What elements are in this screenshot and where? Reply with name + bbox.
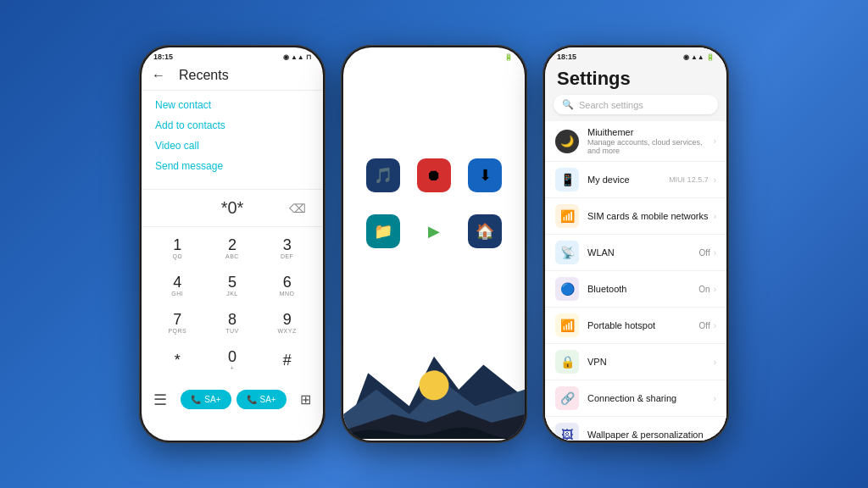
hotspot-text: Portable hotspot (587, 320, 699, 330)
phones-container: 18:15 ◉ ▲▲ ⊓ ← Recents New contact Add t… (139, 45, 729, 443)
wlan-text: WLAN (587, 247, 699, 258)
device-text: My device (587, 175, 669, 185)
wlan-chevron: › (714, 248, 716, 258)
phone-dialer: 18:15 ◉ ▲▲ ⊓ ← Recents New contact Add t… (139, 45, 326, 443)
dialer-bottom-bar: ☰ 📞 SA+ 📞 SA+ ⊞ (142, 385, 323, 414)
status-icons-1: ◉ ▲▲ ⊓ (283, 53, 311, 61)
recorder2-label: Recorder (420, 195, 448, 202)
send-message-link[interactable]: Send message (155, 160, 309, 172)
key-2[interactable]: 2ABC (212, 230, 253, 266)
app-recorder-2[interactable]: ⏺ Recorder (413, 158, 455, 202)
wallpaper-text: Wallpaper & personalization (587, 430, 714, 440)
chevron-icon: › (714, 136, 716, 146)
wallpaper-right: › (714, 430, 716, 440)
mihome-icon: 🏠 (468, 214, 502, 248)
call-button-2[interactable]: 📞 SA+ (236, 390, 287, 409)
bluetooth-right: On › (698, 285, 716, 294)
dialpad-row-1: 1QΩ 2ABC 3DEF (150, 230, 314, 266)
sharing-chevron: › (714, 394, 716, 403)
playstore-icon: ▶ (417, 214, 451, 248)
settings-item-device[interactable]: 📱 My device MIUI 12.5.7 › (545, 162, 726, 198)
app-play-store[interactable]: ▶ Play Store (413, 214, 455, 258)
settings-item-vpn[interactable]: 🔒 VPN › (545, 344, 726, 380)
bluetooth-chevron: › (714, 285, 716, 294)
svg-point-0 (419, 370, 448, 400)
device-chevron: › (714, 175, 716, 185)
key-9[interactable]: 9WXYZ (267, 305, 308, 341)
wallpaper-chevron: › (714, 430, 716, 440)
dialpad-row-4: * 0+ # (150, 342, 314, 378)
hotspot-chevron: › (714, 321, 716, 330)
key-6[interactable]: 6MNO (267, 268, 308, 303)
hotspot-right: Off › (699, 321, 717, 330)
back-button[interactable]: ← (152, 68, 165, 83)
downloads-icon: ⬇ (468, 158, 502, 192)
dial-display: *0* ⌫ (142, 190, 323, 227)
vpn-title: VPN (587, 357, 714, 367)
status-bar-2: 18:15 ◉ ▲▲ 🔋 (343, 47, 525, 64)
key-4[interactable]: 4GHI (157, 268, 198, 303)
account-avatar: 🌙 (555, 130, 579, 153)
app-file-manager[interactable]: 📁 File Manager (362, 214, 404, 258)
dialpad-row-3: 7PQRS 8TUV 9WXYZ (150, 305, 314, 341)
backspace-button[interactable]: ⌫ (289, 202, 306, 215)
recents-title: Recents (179, 68, 229, 83)
key-7[interactable]: 7PQRS (157, 305, 198, 341)
apps-row-1: 🎵 Recorder ⏺ Recorder ⬇ Downloads (343, 158, 525, 202)
status-bar-3: 18:15 ◉ ▲▲ 🔋 (545, 47, 726, 64)
settings-item-account[interactable]: 🌙 Miuithemer Manage accounts, cloud serv… (545, 121, 726, 162)
settings-item-wlan[interactable]: 📡 WLAN Off › (545, 235, 726, 271)
dial-number: *0* (221, 198, 244, 218)
status-icons-3: ◉ ▲▲ 🔋 (683, 53, 715, 61)
dialer-header: ← Recents (142, 64, 323, 91)
account-title: Miuithemer (587, 127, 714, 137)
key-hash[interactable]: # (267, 342, 308, 378)
phone-settings: 18:15 ◉ ▲▲ 🔋 Settings 🔍 Search settings (542, 45, 729, 443)
app-mi-home[interactable]: 🏠 Mi Home (464, 214, 506, 258)
sim-icon: 📶 (555, 204, 579, 228)
bluetooth-value: On (698, 285, 709, 294)
time-1: 18:15 (153, 53, 173, 61)
dialpad-toggle-button[interactable]: ⊞ (300, 391, 311, 408)
app-downloads[interactable]: ⬇ Downloads (464, 158, 506, 202)
sharing-text: Connection & sharing (587, 393, 714, 403)
settings-item-bluetooth[interactable]: 🔵 Bluetooth On › (545, 271, 726, 308)
key-8[interactable]: 8TUV (212, 305, 253, 341)
key-0[interactable]: 0+ (212, 342, 253, 378)
wlan-value: Off (699, 248, 710, 258)
account-chevron: › (714, 136, 716, 146)
search-bar[interactable]: 🔍 Search settings (554, 95, 718, 114)
sim-title: SIM cards & mobile networks (587, 211, 714, 221)
key-3[interactable]: 3DEF (267, 230, 308, 266)
bluetooth-text: Bluetooth (587, 284, 698, 294)
new-contact-link[interactable]: New contact (155, 99, 309, 111)
key-1[interactable]: 1QΩ (157, 230, 198, 266)
bluetooth-title: Bluetooth (587, 284, 698, 294)
vpn-icon: 🔒 (555, 350, 579, 374)
settings-item-wallpaper[interactable]: 🖼 Wallpaper & personalization › (545, 417, 726, 441)
settings-item-hotspot[interactable]: 📶 Portable hotspot Off › (545, 308, 726, 344)
account-sub: Manage accounts, cloud services, and mor… (587, 138, 714, 155)
call-icon-2: 📞 (247, 395, 257, 404)
app-recorder-1[interactable]: 🎵 Recorder (362, 158, 404, 202)
settings-item-sim[interactable]: 📶 SIM cards & mobile networks › (545, 198, 726, 235)
video-call-link[interactable]: Video call (155, 140, 309, 152)
settings-item-sharing[interactable]: 🔗 Connection & sharing › (545, 380, 726, 417)
call-icon-1: 📞 (191, 395, 201, 404)
dialpad: 1QΩ 2ABC 3DEF 4GHI 5JKL 6MNO 7PQRS 8TUV … (142, 227, 323, 383)
vpn-right: › (714, 358, 716, 367)
settings-list: 🌙 Miuithemer Manage accounts, cloud serv… (545, 121, 726, 441)
hotspot-icon: 📶 (555, 313, 579, 337)
files-icon: 📁 (366, 214, 400, 248)
wlan-right: Off › (699, 248, 717, 258)
menu-button[interactable]: ☰ (153, 391, 167, 409)
settings-title: Settings (545, 64, 726, 95)
mountain-scene (343, 322, 525, 441)
call-button-1[interactable]: 📞 SA+ (181, 390, 231, 409)
add-contacts-link[interactable]: Add to contacts (155, 119, 309, 131)
key-5[interactable]: 5JKL (212, 268, 253, 303)
home-app-name: Miuithemer (343, 115, 525, 133)
key-star[interactable]: * (157, 342, 198, 378)
device-title: My device (587, 175, 669, 185)
bluetooth-icon: 🔵 (555, 277, 579, 301)
